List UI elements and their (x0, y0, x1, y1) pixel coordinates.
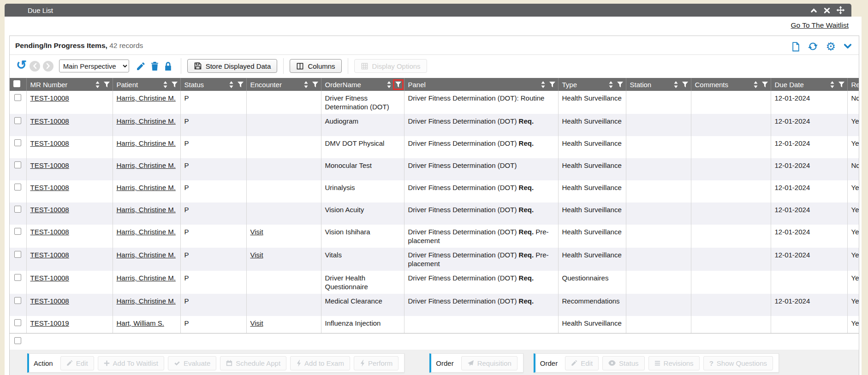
display-options-button[interactable]: Display Options (354, 59, 427, 73)
row-checkbox[interactable] (14, 228, 21, 235)
mr-number-link[interactable]: TEST-10008 (30, 117, 69, 125)
filter-icon[interactable] (549, 82, 555, 88)
patient-link[interactable]: Harris, Christine M. (117, 228, 176, 236)
filter-icon[interactable] (682, 82, 688, 88)
filter-icon[interactable] (172, 82, 178, 88)
refresh-icon[interactable] (808, 41, 818, 52)
new-document-icon[interactable] (791, 42, 800, 52)
add-to-waitlist-button[interactable]: Add To Waitlist (98, 356, 164, 370)
column-header-mr[interactable]: MR Number (26, 78, 113, 91)
collapse-up-icon[interactable] (810, 7, 818, 14)
column-header-status[interactable]: Status (180, 78, 246, 91)
column-header-type[interactable]: Type (558, 78, 626, 91)
mr-number-link[interactable]: TEST-10008 (30, 297, 69, 305)
mr-number-link[interactable]: TEST-10008 (30, 228, 69, 236)
patient-link[interactable]: Harris, Christine M. (117, 139, 176, 147)
mr-number-link[interactable]: TEST-10008 (30, 251, 69, 259)
undo-icon[interactable]: ↺ (16, 59, 27, 71)
patient-link[interactable]: Harris, Christine M. (117, 161, 176, 169)
filter-icon[interactable] (104, 82, 110, 88)
requisition-button[interactable]: Requisition (461, 356, 517, 370)
store-displayed-data-button[interactable]: Store Displayed Data (187, 59, 278, 73)
footer-select-checkbox[interactable] (14, 337, 21, 344)
filter-icon[interactable] (312, 82, 318, 88)
mr-number-link[interactable]: TEST-10008 (30, 139, 69, 147)
mr-number-link[interactable]: TEST-10008 (30, 206, 69, 214)
sort-icon[interactable] (674, 81, 678, 88)
encounter-link[interactable]: Visit (250, 319, 263, 327)
collapse-panel-icon[interactable] (843, 43, 852, 50)
add-to-exam-button[interactable]: Add to Exam (290, 356, 350, 370)
edit-button[interactable]: Edit (565, 356, 599, 370)
column-header-comments[interactable]: Comments (691, 78, 771, 91)
edit-button[interactable]: Edit (60, 356, 94, 370)
patient-link[interactable]: Harris, Christine M. (117, 184, 176, 191)
gear-icon[interactable]: ⚙ (826, 42, 836, 51)
perspective-select[interactable]: Main Perspective (59, 60, 129, 72)
patient-link[interactable]: Hart, William S. (117, 319, 164, 327)
column-header-due[interactable]: Due Date (771, 78, 847, 91)
filter-icon[interactable] (238, 82, 244, 88)
patient-link[interactable]: Harris, Christine M. (117, 206, 176, 214)
column-header-station[interactable]: Station (626, 78, 691, 91)
row-checkbox[interactable] (14, 184, 21, 190)
row-checkbox[interactable] (14, 94, 21, 101)
sort-icon[interactable] (95, 81, 100, 88)
row-checkbox[interactable] (14, 139, 21, 146)
lock-icon[interactable] (164, 61, 172, 71)
patient-link[interactable]: Harris, Christine M. (117, 274, 176, 282)
mr-number-link[interactable]: TEST-10008 (30, 184, 69, 191)
row-checkbox[interactable] (14, 251, 21, 258)
row-checkbox[interactable] (14, 319, 21, 326)
move-icon[interactable] (836, 6, 845, 14)
mr-number-link[interactable]: TEST-10019 (30, 319, 69, 327)
trash-icon[interactable] (150, 61, 159, 71)
columns-button[interactable]: Columns (290, 59, 341, 73)
row-checkbox[interactable] (14, 274, 21, 281)
sort-icon[interactable] (163, 81, 167, 88)
column-header-patient[interactable]: Patient (113, 78, 180, 91)
patient-link[interactable]: Harris, Christine M. (117, 117, 176, 125)
sort-icon[interactable] (229, 81, 233, 88)
window-titlebar[interactable]: Due List (5, 4, 851, 17)
previous-icon[interactable] (30, 61, 40, 71)
encounter-link[interactable]: Visit (250, 228, 263, 236)
sort-icon[interactable] (609, 81, 613, 88)
patient-link[interactable]: Harris, Christine M. (117, 94, 176, 102)
column-header-encounter[interactable]: Encounter (246, 78, 321, 91)
patient-link[interactable]: Harris, Christine M. (117, 251, 176, 259)
patient-link[interactable]: Harris, Christine M. (117, 297, 176, 305)
status-button[interactable]: Status (602, 356, 645, 370)
show-questions-button[interactable]: ?Show Questions (703, 356, 773, 370)
row-checkbox[interactable] (14, 297, 21, 304)
mr-number-link[interactable]: TEST-10008 (30, 94, 69, 102)
sort-icon[interactable] (830, 81, 834, 88)
filter-icon[interactable] (762, 82, 768, 88)
row-checkbox[interactable] (14, 161, 21, 168)
evaluate-button[interactable]: Evaluate (168, 356, 216, 370)
mr-number-link[interactable]: TEST-10008 (30, 161, 69, 169)
column-header-panel[interactable]: Panel (404, 78, 558, 91)
revisions-button[interactable]: Revisions (648, 356, 700, 370)
sort-icon[interactable] (387, 81, 391, 88)
schedule-appt-button[interactable]: Schedule Appt (220, 356, 286, 370)
column-header-req[interactable]: Req (847, 78, 859, 91)
filter-icon-highlighted[interactable] (395, 82, 401, 88)
go-to-waitlist-link[interactable]: Go To The Waitlist (791, 21, 849, 29)
row-checkbox[interactable] (14, 117, 21, 124)
close-icon[interactable] (823, 7, 831, 14)
filter-icon[interactable] (617, 82, 623, 88)
perform-button[interactable]: Perform (354, 356, 398, 370)
edit-pencil-icon[interactable] (136, 61, 146, 71)
row-checkbox[interactable] (14, 206, 21, 213)
mr-number-link[interactable]: TEST-10008 (30, 274, 69, 282)
select-all-header-checkbox[interactable] (13, 80, 20, 87)
encounter-link[interactable]: Visit (250, 251, 263, 259)
filter-icon[interactable] (838, 82, 844, 88)
next-icon[interactable] (43, 61, 54, 71)
sort-icon[interactable] (304, 81, 308, 88)
sort-icon[interactable] (754, 81, 758, 88)
sort-icon[interactable] (541, 81, 545, 88)
column-header-order[interactable]: OrderName (321, 78, 404, 91)
cell-select (10, 114, 26, 136)
